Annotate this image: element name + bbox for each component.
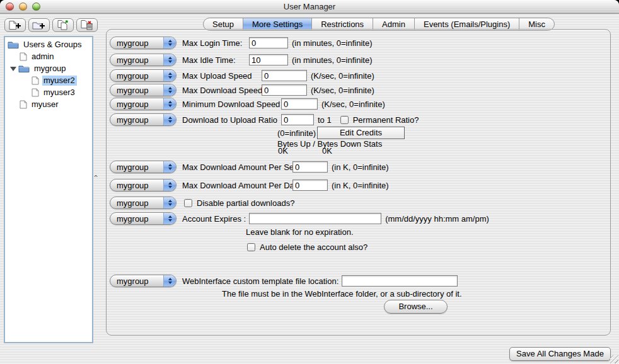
min-download-speed-input[interactable] xyxy=(281,98,318,110)
field-note: (mm/dd/yyyy hh:mm am/pm) xyxy=(385,214,489,224)
disclosure-triangle-icon[interactable] xyxy=(10,67,16,71)
field-note: (K/sec, 0=infinite) xyxy=(311,86,374,95)
disable-partial-downloads-checkbox[interactable] xyxy=(184,199,192,207)
toolbar xyxy=(4,18,98,32)
tree-item-label: myuser2 xyxy=(42,76,77,86)
edit-credits-button[interactable]: Edit Credits xyxy=(317,127,405,139)
group-popup[interactable]: mygroup xyxy=(110,54,176,66)
max-login-time-row: mygroup Max Login Time: (in minutes, 0=i… xyxy=(110,37,373,49)
auto-delete-row: Auto delete the account also? xyxy=(247,242,367,252)
permanent-ratio-checkbox[interactable] xyxy=(340,116,349,124)
field-note: (in minutes, 0=infinite) xyxy=(292,55,373,65)
field-label: Max Download Amount Per Day xyxy=(182,181,289,190)
popup-arrows-icon xyxy=(163,179,176,191)
file-icon xyxy=(20,52,27,61)
folder-icon xyxy=(8,40,19,48)
group-popup[interactable]: mygroup xyxy=(110,37,176,49)
partial-downloads-row: mygroup Disable partial downloads? xyxy=(110,196,294,209)
group-popup-value: mygroup xyxy=(110,100,163,109)
field-label: WebInterface custom template file locati… xyxy=(182,276,338,286)
bytes-down-value: 0K xyxy=(322,146,332,156)
tab-label: More Settings xyxy=(252,20,303,29)
field-label: Max Upload Speed xyxy=(182,71,258,81)
max-download-speed-row: mygroup Max Download Speed (K/sec, 0=inf… xyxy=(110,84,374,96)
max-dl-day-row: mygroup Max Download Amount Per Day (in … xyxy=(110,179,389,191)
group-popup[interactable]: mygroup xyxy=(110,98,176,110)
checkbox-label: Auto delete the account also? xyxy=(260,242,367,252)
tree-item-myuser[interactable]: myuser xyxy=(5,98,92,110)
account-expires-row: mygroup Account Expires : (mm/dd/yyyy hh… xyxy=(110,212,489,225)
group-popup[interactable]: mygroup xyxy=(110,69,176,82)
tree-item-admin[interactable]: admin xyxy=(5,50,92,62)
tab-label: Events (Emails/Plugins) xyxy=(424,20,510,29)
tree-item-mygroup[interactable]: mygroup xyxy=(5,62,92,74)
checkbox-label: Disable partial downloads? xyxy=(197,198,294,208)
tree-item-users-groups[interactable]: Users & Groups xyxy=(5,38,92,50)
group-popup-value: mygroup xyxy=(110,55,163,65)
field-label: Max Login Time: xyxy=(182,38,246,48)
tab-label: Restrictions xyxy=(321,20,364,29)
new-group-icon xyxy=(32,20,47,30)
group-popup[interactable]: mygroup xyxy=(110,161,176,173)
ratio-input[interactable] xyxy=(281,114,314,125)
max-idle-time-input[interactable] xyxy=(249,54,288,65)
expires-hint: Leave blank for no expiration. xyxy=(246,227,354,237)
group-popup[interactable]: mygroup xyxy=(110,179,176,191)
max-download-speed-input[interactable] xyxy=(262,84,307,96)
new-user-icon xyxy=(8,20,23,30)
group-popup[interactable]: mygroup xyxy=(110,275,176,287)
ratio-suffix: to 1 xyxy=(318,115,332,125)
delete-user-button[interactable] xyxy=(76,18,98,32)
new-group-button[interactable] xyxy=(28,18,50,32)
bytes-up-value: 0K xyxy=(278,146,288,156)
tree-item-myuser2[interactable]: myuser2 xyxy=(5,74,92,86)
popup-arrows-icon xyxy=(163,84,176,96)
scroll-up-arrow-icon[interactable]: ^ xyxy=(94,174,98,181)
save-all-changes-button[interactable]: Save All Changes Made xyxy=(509,347,611,361)
checkbox-label: Permanent Ratio? xyxy=(353,115,419,125)
field-note: (in K, 0=infinite) xyxy=(332,162,389,172)
field-note: (K/sec, 0=infinite) xyxy=(321,100,385,109)
max-login-time-input[interactable] xyxy=(249,37,288,48)
popup-arrows-icon xyxy=(163,197,176,208)
field-note: (K/sec, 0=infinite) xyxy=(311,71,374,81)
max-upload-speed-row: mygroup Max Upload Speed (K/sec, 0=infin… xyxy=(110,69,374,82)
group-popup[interactable]: mygroup xyxy=(110,113,176,126)
group-popup-value: mygroup xyxy=(110,181,163,190)
account-expires-input[interactable] xyxy=(249,213,381,224)
credits-note: (0=infinite) xyxy=(277,128,316,138)
delete-user-icon xyxy=(79,20,95,31)
popup-arrows-icon xyxy=(163,161,176,173)
tab-label: Admin xyxy=(382,20,405,29)
tree-item-label: myuser xyxy=(30,100,61,110)
field-label: Max Download Speed xyxy=(182,86,258,95)
resize-grip[interactable] xyxy=(610,355,618,363)
tree-item-myuser3[interactable]: myuser3 xyxy=(5,86,92,98)
tab-label: Setup xyxy=(212,20,234,29)
duplicate-user-button[interactable] xyxy=(52,18,74,32)
max-idle-time-row: mygroup Max Idle Time: (in minutes, 0=in… xyxy=(110,54,373,66)
max-dl-session-input[interactable] xyxy=(292,161,328,173)
popup-arrows-icon xyxy=(163,213,176,224)
webinterface-template-input[interactable] xyxy=(342,275,458,287)
group-popup[interactable]: mygroup xyxy=(110,196,176,209)
popup-arrows-icon xyxy=(163,98,176,110)
group-popup-value: mygroup xyxy=(110,198,163,208)
browse-button[interactable]: Browse... xyxy=(384,300,448,314)
tree-item-label: mygroup xyxy=(33,64,68,74)
group-popup[interactable]: mygroup xyxy=(110,84,176,96)
max-upload-speed-input[interactable] xyxy=(262,70,307,81)
download-upload-ratio-row: mygroup Download to Upload Ratio to 1 Pe… xyxy=(110,113,419,126)
group-popup[interactable]: mygroup xyxy=(110,212,176,225)
new-user-button[interactable] xyxy=(4,18,26,32)
popup-arrows-icon xyxy=(163,37,176,48)
tree-item-label: admin xyxy=(30,52,55,62)
file-icon xyxy=(32,76,39,85)
user-tree: Users & Groups admin mygroup myuser2 xyxy=(4,36,93,343)
field-label: Account Expires : xyxy=(182,214,246,224)
field-label: Max Idle Time: xyxy=(182,55,246,65)
group-popup-value: mygroup xyxy=(110,86,163,95)
auto-delete-checkbox[interactable] xyxy=(247,243,255,251)
field-label: Minimum Download Speed xyxy=(182,100,278,109)
max-dl-day-input[interactable] xyxy=(292,179,328,191)
